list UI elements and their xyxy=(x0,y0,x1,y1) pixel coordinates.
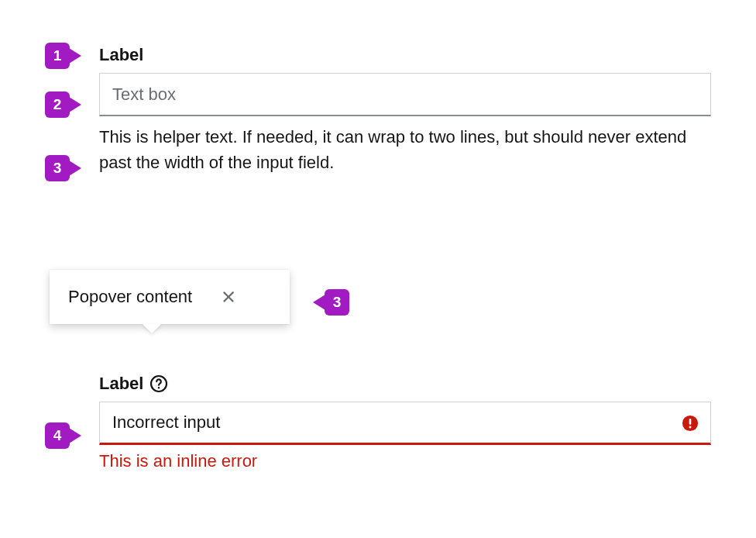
input-label-text: Label xyxy=(99,374,143,394)
svg-point-1 xyxy=(158,387,160,388)
annotation-marker-number: 1 xyxy=(45,43,70,69)
annotation-marker-3-popover: 3 xyxy=(313,289,349,316)
close-icon[interactable] xyxy=(220,288,237,305)
helper-text: This is helper text. If needed, it can w… xyxy=(99,124,711,175)
input-label-with-help: Label xyxy=(99,374,711,394)
popover-content: Popover content xyxy=(68,287,192,307)
annotation-marker-arrow xyxy=(313,295,325,310)
annotation-marker-2: 2 xyxy=(45,91,81,118)
error-text: This is an inline error xyxy=(99,451,711,471)
input-label: Label xyxy=(99,45,711,65)
form-group-basic: Label This is helper text. If needed, it… xyxy=(99,45,711,175)
input-wrapper xyxy=(99,73,711,116)
annotation-marker-1: 1 xyxy=(45,43,81,69)
input-wrapper xyxy=(99,402,711,445)
annotation-marker-arrow xyxy=(69,428,81,443)
annotation-marker-number: 2 xyxy=(45,91,70,118)
annotation-marker-number: 4 xyxy=(45,422,70,449)
popover: Popover content xyxy=(50,270,290,324)
annotation-marker-number: 3 xyxy=(325,289,349,316)
input-label-text: Label xyxy=(99,45,143,65)
help-icon[interactable] xyxy=(149,374,168,393)
text-input[interactable] xyxy=(99,73,711,116)
annotation-marker-3: 3 xyxy=(45,155,81,181)
annotation-marker-4: 4 xyxy=(45,422,81,449)
svg-rect-3 xyxy=(689,419,692,425)
annotation-marker-arrow xyxy=(69,160,81,176)
popover-caret xyxy=(143,324,161,333)
annotation-marker-number: 3 xyxy=(45,155,70,181)
error-icon xyxy=(682,415,699,432)
form-group-error: Label This is an inline error xyxy=(99,374,711,471)
annotation-marker-arrow xyxy=(69,48,81,64)
text-input-error[interactable] xyxy=(99,402,711,445)
svg-point-4 xyxy=(689,426,692,429)
annotation-marker-arrow xyxy=(69,97,81,112)
